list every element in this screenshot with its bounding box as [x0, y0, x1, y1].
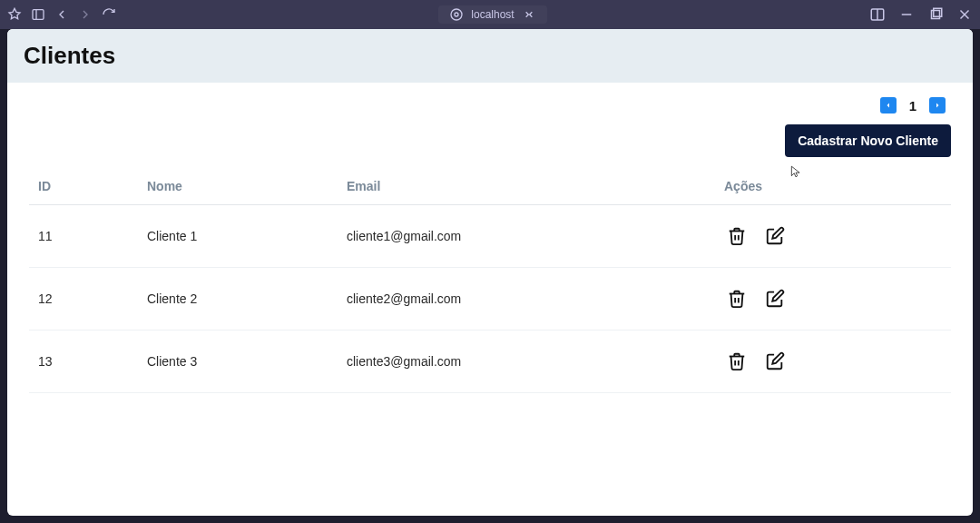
cell-email: cliente3@gmail.com [338, 331, 715, 393]
cell-acoes [715, 331, 951, 393]
col-header-id: ID [29, 168, 138, 205]
delete-button[interactable] [724, 286, 750, 311]
edit-button[interactable] [762, 286, 788, 311]
cell-id: 13 [29, 331, 138, 393]
col-header-email: Email [338, 168, 715, 205]
sidebar-toggle-icon[interactable] [31, 7, 45, 22]
page-header: Clientes [7, 29, 973, 83]
prev-page-button[interactable] [880, 97, 897, 113]
cell-id: 12 [29, 268, 138, 331]
table-row: 12Cliente 2cliente2@gmail.com [29, 268, 951, 331]
reload-icon[interactable] [102, 7, 116, 22]
cell-acoes [715, 205, 951, 268]
site-info-icon[interactable] [449, 7, 464, 22]
clients-table: ID Nome Email Ações 11Cliente 1cliente1@… [29, 168, 951, 393]
next-page-button[interactable] [929, 97, 946, 113]
cell-id: 11 [29, 205, 138, 268]
cell-email: cliente1@gmail.com [338, 205, 715, 268]
table-row: 11Cliente 1cliente1@gmail.com [29, 205, 951, 268]
cell-nome: Cliente 3 [138, 331, 338, 393]
browser-titlebar: localhost [0, 0, 980, 29]
current-page-number: 1 [909, 98, 916, 113]
cell-nome: Cliente 1 [138, 205, 338, 268]
pager: 1 [880, 97, 946, 113]
cell-nome: Cliente 2 [138, 268, 338, 331]
cell-acoes [715, 268, 951, 331]
page-title: Clientes [24, 42, 956, 70]
edit-button[interactable] [762, 349, 788, 374]
svg-rect-0 [33, 10, 44, 20]
table-row: 13Cliente 3cliente3@gmail.com [29, 331, 951, 393]
delete-button[interactable] [724, 349, 750, 374]
minimize-icon[interactable] [898, 6, 915, 23]
maximize-icon[interactable] [927, 6, 944, 23]
page-content: Clientes 1 Cadastrar Novo Cliente ID Nom… [7, 29, 973, 516]
split-view-icon[interactable] [869, 6, 886, 23]
cell-email: cliente2@gmail.com [338, 268, 715, 331]
close-icon[interactable] [956, 6, 973, 23]
delete-button[interactable] [724, 223, 750, 249]
svg-point-3 [451, 9, 462, 20]
address-bar[interactable]: localhost [438, 5, 546, 24]
add-client-button[interactable]: Cadastrar Novo Cliente [785, 124, 951, 157]
nav-back-icon[interactable] [54, 7, 69, 22]
workspace-icon[interactable] [7, 7, 22, 22]
col-header-nome: Nome [138, 168, 338, 205]
svg-point-2 [455, 13, 458, 16]
svg-rect-7 [932, 11, 940, 19]
col-header-acoes: Ações [715, 168, 951, 205]
svg-rect-8 [934, 8, 942, 16]
site-settings-icon[interactable] [522, 7, 536, 22]
url-text: localhost [471, 8, 514, 21]
nav-forward-icon[interactable] [78, 7, 93, 22]
edit-button[interactable] [762, 223, 788, 249]
